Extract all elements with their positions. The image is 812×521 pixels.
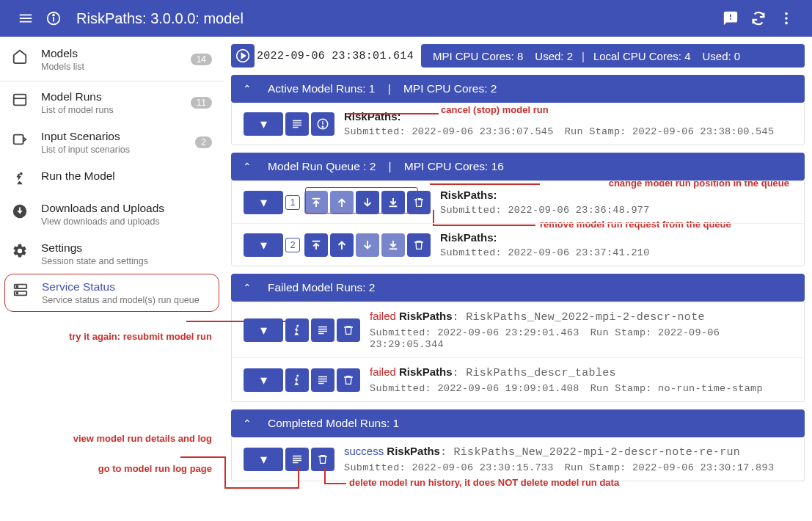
- status-bar: MPI CPU Cores: 8 Used: 2 | Local CPU Cor…: [421, 44, 805, 68]
- delete-button[interactable]: [337, 368, 360, 392]
- main: 2022-09-06 23:38:01.614 MPI CPU Cores: 8…: [224, 37, 812, 496]
- annotation: go to model run log page: [98, 463, 212, 474]
- annotation: delete model run history, it does NOT de…: [349, 477, 619, 488]
- expand-button[interactable]: [244, 448, 283, 471]
- refresh-icon[interactable]: [745, 4, 772, 32]
- section-completed-head[interactable]: ⌃ Completed Model Runs: 1: [231, 409, 805, 437]
- section-active-head[interactable]: ⌃ Active Model Runs: 1 | MPI CPU Cores: …: [231, 75, 805, 103]
- section-failed-head[interactable]: ⌃ Failed Model Runs: 2: [231, 274, 805, 302]
- rerun-button[interactable]: [285, 368, 309, 392]
- log-button[interactable]: [311, 318, 334, 342]
- pos-box: 2: [285, 238, 300, 252]
- sidebar-item-downloads[interactable]: Downloads and UploadsView downloads and …: [0, 194, 224, 234]
- sidebar-item-settings[interactable]: SettingsSession state and settings: [0, 234, 224, 274]
- runs-icon: [12, 90, 41, 108]
- delete-button[interactable]: [407, 233, 431, 257]
- chevron-up-icon: ⌃: [243, 418, 252, 429]
- sidebar-item-modelruns[interactable]: Model RunsList of model runs 11: [0, 83, 224, 123]
- badge: 14: [191, 54, 212, 65]
- expand-button[interactable]: [244, 318, 283, 342]
- svg-point-24: [296, 324, 299, 327]
- expand-button[interactable]: [244, 368, 283, 392]
- svg-point-25: [296, 374, 299, 376]
- annotation: view model run details and log: [73, 433, 212, 444]
- delete-button[interactable]: [337, 318, 360, 342]
- chevron-up-icon: ⌃: [243, 161, 252, 172]
- svg-point-19: [322, 126, 323, 128]
- delete-button[interactable]: [311, 448, 334, 471]
- svg-point-3: [785, 12, 788, 15]
- play-button[interactable]: [231, 44, 255, 68]
- move-up-button[interactable]: [330, 233, 354, 257]
- svg-point-5: [785, 22, 788, 25]
- more-icon[interactable]: [772, 4, 800, 32]
- svg-point-13: [17, 286, 18, 288]
- svg-rect-8: [14, 135, 23, 145]
- sidebar: ModelsModels list 14 Model RunsList of m…: [0, 37, 224, 496]
- move-bottom-button[interactable]: [381, 233, 405, 257]
- menu-icon[interactable]: [12, 4, 40, 32]
- badge: 11: [191, 97, 212, 109]
- svg-point-4: [785, 17, 788, 20]
- sidebar-item-servicestatus[interactable]: Service StatusService status and model(s…: [4, 274, 219, 312]
- badge: 2: [195, 136, 212, 148]
- sidebar-item-models[interactable]: ModelsModels list 14: [0, 40, 224, 79]
- section-queue-head[interactable]: ⌃ Model Run Queue : 2 | MPI CPU Cores: 1…: [231, 153, 805, 181]
- expand-button[interactable]: [244, 191, 283, 214]
- svg-point-9: [20, 172, 23, 175]
- sidebar-item-runmodel[interactable]: Run the Model: [0, 162, 224, 194]
- scenarios-icon: [12, 130, 41, 147]
- svg-point-14: [17, 293, 18, 294]
- timestamp: 2022-09-06 23:38:01.614: [257, 50, 414, 62]
- log-button[interactable]: [311, 368, 334, 392]
- server-icon: [12, 280, 42, 298]
- log-button[interactable]: [285, 112, 309, 136]
- svg-point-2: [53, 15, 54, 16]
- pos-box: 1: [285, 195, 300, 210]
- chevron-up-icon: ⌃: [243, 282, 252, 294]
- move-top-button[interactable]: [304, 233, 328, 257]
- app-title: RiskPaths: 3.0.0.0: model: [76, 10, 717, 27]
- rerun-button[interactable]: [285, 318, 309, 342]
- feedback-icon[interactable]: [717, 4, 745, 32]
- chevron-up-icon: ⌃: [243, 83, 252, 95]
- svg-marker-16: [241, 54, 245, 59]
- info-icon[interactable]: [40, 4, 67, 32]
- expand-button[interactable]: [244, 112, 283, 136]
- log-button[interactable]: [285, 448, 309, 471]
- expand-button[interactable]: [244, 233, 283, 257]
- home-icon: [12, 47, 41, 65]
- gear-icon: [12, 241, 41, 259]
- annotation: cancel (stop) model run: [441, 104, 549, 115]
- annotation: try it again: resubmit model run: [69, 331, 212, 342]
- svg-rect-6: [14, 95, 26, 106]
- run-icon: [12, 170, 41, 187]
- download-icon: [12, 202, 41, 219]
- appbar: RiskPaths: 3.0.0.0: model: [0, 0, 812, 37]
- stop-button[interactable]: [311, 112, 334, 136]
- move-down-button[interactable]: [356, 233, 379, 257]
- sidebar-item-scenarios[interactable]: Input ScenariosList of input scenarios 2: [0, 123, 224, 162]
